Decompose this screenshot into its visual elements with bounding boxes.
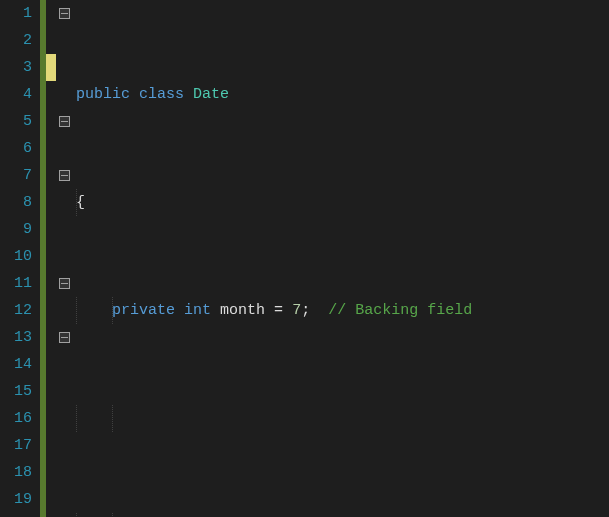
line-number-gutter: 1 2 3 4 5 6 7 8 9 10 11 12 13 14 15 16 1… — [0, 0, 40, 517]
line-number[interactable]: 11 — [0, 270, 32, 297]
keyword-type: int — [184, 302, 211, 319]
collapse-icon[interactable] — [59, 278, 70, 289]
line-number[interactable]: 7 — [0, 162, 32, 189]
operator: = — [274, 302, 283, 319]
code-line[interactable]: public class Date — [72, 81, 609, 108]
line-number[interactable]: 12 — [0, 297, 32, 324]
semicolon: ; — [301, 302, 310, 319]
keyword: public — [76, 86, 130, 103]
line-number[interactable]: 10 — [0, 243, 32, 270]
line-number[interactable]: 18 — [0, 459, 32, 486]
code-text-area[interactable]: public class Date { private int month = … — [72, 0, 609, 517]
type-name: Date — [193, 86, 229, 103]
line-number[interactable]: 9 — [0, 216, 32, 243]
collapse-icon[interactable] — [59, 332, 70, 343]
line-number[interactable]: 4 — [0, 81, 32, 108]
line-number[interactable]: 16 — [0, 405, 32, 432]
line-number[interactable]: 3 — [0, 54, 32, 81]
collapse-icon[interactable] — [59, 8, 70, 19]
number-literal: 7 — [292, 302, 301, 319]
selection-margin — [46, 0, 56, 517]
code-line[interactable]: { — [72, 189, 609, 216]
outlining-margin — [56, 0, 72, 517]
code-line[interactable] — [72, 405, 609, 432]
modified-line-marker — [46, 54, 56, 81]
collapse-icon[interactable] — [59, 170, 70, 181]
comment: // Backing field — [328, 302, 472, 319]
line-number[interactable]: 1 — [0, 0, 32, 27]
field-name: month — [220, 302, 265, 319]
line-number[interactable]: 13 — [0, 324, 32, 351]
collapse-icon[interactable] — [59, 116, 70, 127]
brace: { — [76, 194, 85, 211]
line-number[interactable]: 17 — [0, 432, 32, 459]
line-number[interactable]: 19 — [0, 486, 32, 513]
line-number[interactable]: 6 — [0, 135, 32, 162]
line-number[interactable]: 8 — [0, 189, 32, 216]
line-number[interactable]: 14 — [0, 351, 32, 378]
line-number[interactable]: 5 — [0, 108, 32, 135]
line-number[interactable]: 2 — [0, 27, 32, 54]
line-number[interactable]: 15 — [0, 378, 32, 405]
code-line[interactable]: public int Month — [72, 513, 609, 517]
keyword: private — [112, 302, 175, 319]
keyword: class — [139, 86, 184, 103]
code-editor: 1 2 3 4 5 6 7 8 9 10 11 12 13 14 15 16 1… — [0, 0, 609, 517]
code-line[interactable]: private int month = 7; // Backing field — [72, 297, 609, 324]
